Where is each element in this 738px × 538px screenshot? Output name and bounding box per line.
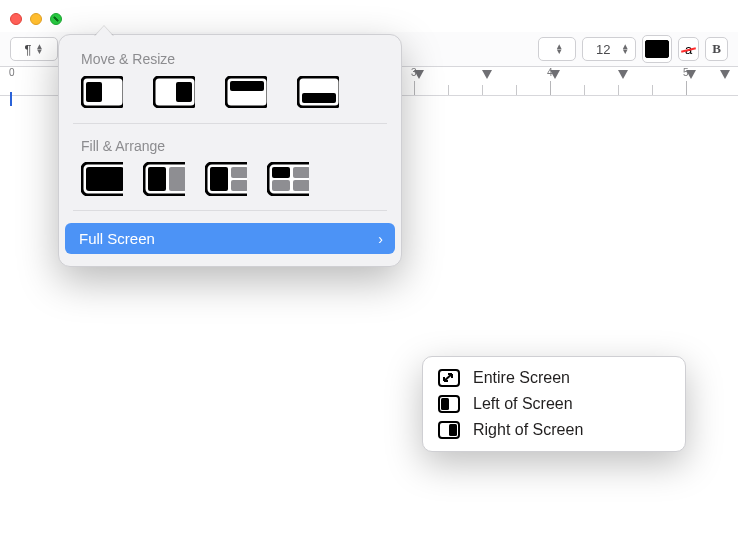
submenu-label: Left of Screen <box>473 395 573 413</box>
font-size-value: 12 <box>589 42 617 57</box>
submenu-right-of-screen[interactable]: Right of Screen <box>429 417 679 443</box>
chevron-updown-icon: ▲▼ <box>36 44 44 54</box>
svg-rect-20 <box>210 167 228 191</box>
font-size-select[interactable]: 12 ▲▼ <box>582 37 636 61</box>
svg-rect-25 <box>293 167 309 178</box>
svg-rect-24 <box>272 167 290 178</box>
svg-marker-5 <box>720 70 730 79</box>
ruler-number: 0 <box>9 67 15 78</box>
tile-top-half[interactable] <box>225 77 267 107</box>
fullscreen-submenu: Entire Screen Left of Screen Right of Sc… <box>422 356 686 452</box>
paragraph-style-button[interactable]: ¶ ▲▼ <box>10 37 58 61</box>
submenu-left-of-screen[interactable]: Left of Screen <box>429 391 679 417</box>
right-indent-marker-icon[interactable] <box>720 70 730 80</box>
section-label-move-resize: Move & Resize <box>59 49 401 75</box>
svg-rect-17 <box>148 167 166 191</box>
strikethrough-button[interactable]: a <box>678 37 699 61</box>
svg-marker-3 <box>618 70 628 79</box>
submenu-label: Right of Screen <box>473 421 583 439</box>
chevron-updown-icon: ▲▼ <box>621 44 629 54</box>
tab-marker-icon[interactable] <box>686 70 696 80</box>
svg-rect-32 <box>449 424 457 436</box>
svg-rect-26 <box>272 180 290 191</box>
right-of-screen-icon <box>437 421 461 439</box>
fullscreen-menu-item[interactable]: Full Screen › <box>65 223 395 254</box>
submenu-label: Entire Screen <box>473 369 570 387</box>
text-color-button[interactable] <box>642 35 672 63</box>
divider <box>73 210 387 211</box>
pilcrow-icon: ¶ <box>25 42 32 57</box>
color-swatch-icon <box>645 40 669 58</box>
section-label-fill-arrange: Fill & Arrange <box>59 136 401 162</box>
fullscreen-label: Full Screen <box>79 230 155 247</box>
window-fullscreen-button[interactable] <box>50 13 62 25</box>
svg-rect-9 <box>176 82 192 102</box>
svg-rect-7 <box>86 82 102 102</box>
svg-rect-21 <box>231 167 247 178</box>
svg-rect-27 <box>293 180 309 191</box>
tile-fill[interactable] <box>81 164 123 194</box>
bold-button[interactable]: B <box>705 37 728 61</box>
svg-rect-11 <box>230 81 264 91</box>
tile-bottom-half[interactable] <box>297 77 339 107</box>
tile-left-half[interactable] <box>81 77 123 107</box>
font-family-select[interactable]: ▲▼ <box>538 37 576 61</box>
text-cursor <box>10 92 12 106</box>
svg-marker-4 <box>686 70 696 79</box>
svg-rect-30 <box>441 398 449 410</box>
tab-marker-icon[interactable] <box>618 70 628 80</box>
entire-screen-icon <box>437 369 461 387</box>
chevron-right-icon: › <box>378 231 383 247</box>
svg-marker-2 <box>550 70 560 79</box>
move-resize-row <box>59 75 401 121</box>
strikethrough-icon: a <box>685 42 692 57</box>
bold-icon: B <box>712 41 721 57</box>
svg-rect-15 <box>86 167 123 191</box>
tile-left-and-right[interactable] <box>143 164 185 194</box>
tile-quadrants[interactable] <box>267 164 309 194</box>
fill-arrange-row <box>59 162 401 208</box>
svg-marker-0 <box>414 70 424 79</box>
svg-rect-22 <box>231 180 247 191</box>
tab-marker-icon[interactable] <box>550 70 560 80</box>
svg-rect-13 <box>302 93 336 103</box>
svg-rect-28 <box>439 370 459 386</box>
tab-marker-icon[interactable] <box>414 70 424 80</box>
window-tiling-popover: Move & Resize Fill & Arrange Full <box>58 34 402 267</box>
tile-right-half[interactable] <box>153 77 195 107</box>
svg-marker-1 <box>482 70 492 79</box>
divider <box>73 123 387 124</box>
tab-marker-icon[interactable] <box>482 70 492 80</box>
svg-rect-18 <box>169 167 185 191</box>
window-minimize-button[interactable] <box>30 13 42 25</box>
tile-left-and-quarters[interactable] <box>205 164 247 194</box>
chevron-updown-icon: ▲▼ <box>555 44 563 54</box>
submenu-entire-screen[interactable]: Entire Screen <box>429 365 679 391</box>
left-of-screen-icon <box>437 395 461 413</box>
window-close-button[interactable] <box>10 13 22 25</box>
